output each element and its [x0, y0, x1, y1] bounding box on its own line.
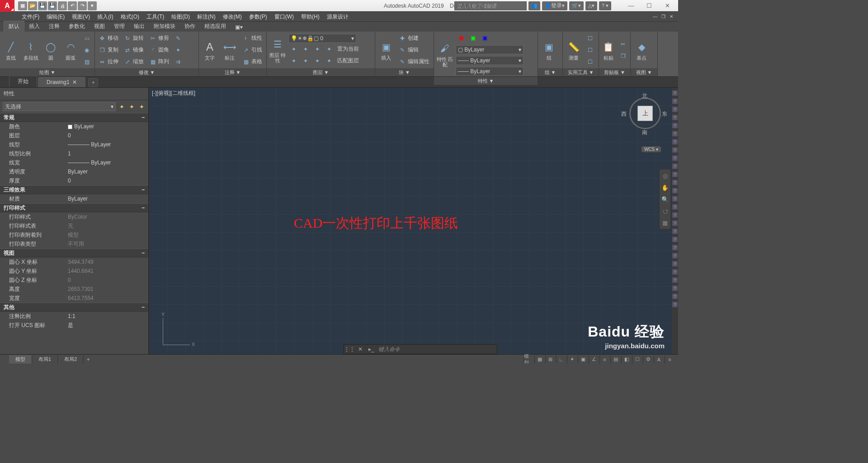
panel-group-title[interactable]: 组 ▼ — [538, 68, 562, 76]
tab-start[interactable]: 开始 — [9, 75, 37, 87]
nav-wheel-icon[interactable]: ◎ — [660, 171, 670, 180]
qat-redo-icon[interactable]: ↷ — [78, 1, 87, 10]
panel-draw-title[interactable]: 绘图 ▼ — [0, 68, 94, 76]
help-q13[interactable]: ? — [672, 188, 678, 193]
lweight-dropdown[interactable]: —— ByLayer▾ — [456, 56, 524, 65]
menu-view[interactable]: 视图(V) — [68, 12, 94, 22]
panel-layers-title[interactable]: 图层 ▼ — [267, 68, 375, 76]
layer-props-button[interactable]: ☰图层 特性 — [269, 33, 287, 67]
st-polar-icon[interactable]: ✦ — [567, 355, 577, 364]
prop-transp[interactable]: 透明度ByLayer — [0, 167, 148, 176]
rtab-collab[interactable]: 协作 — [180, 21, 200, 32]
selection-dropdown[interactable]: 无选择▾ — [3, 102, 116, 111]
sec-effects[interactable]: 三维效果− — [0, 185, 148, 194]
nav-show-icon[interactable]: ▦ — [660, 218, 670, 227]
polyline-button[interactable]: ⌇多段线 — [22, 33, 40, 67]
mdi-restore-icon[interactable]: ❐ — [659, 13, 667, 20]
help-q19[interactable]: ? — [672, 237, 678, 242]
st-menu-icon[interactable]: ≡ — [665, 355, 675, 364]
ellipse-icon[interactable]: ◉ — [81, 45, 92, 56]
nav-zoom-icon[interactable]: 🔍 — [660, 195, 670, 204]
selectobj-icon[interactable]: ✦ — [137, 103, 146, 111]
help-q14[interactable]: ? — [672, 196, 678, 201]
layer-ic4[interactable]: ✦ — [324, 44, 335, 55]
command-line[interactable]: ⋮⋮ ✕ ▸_ 键入命令 — [344, 344, 497, 354]
help-q7[interactable]: ? — [672, 139, 678, 145]
menu-modify[interactable]: 修改(M) — [219, 12, 245, 22]
rtab-annotate[interactable]: 注释 — [44, 21, 64, 32]
rotate-button[interactable]: ↻旋转 — [122, 33, 146, 44]
color-ic3[interactable]: ▣ — [479, 33, 490, 43]
block-editattr-button[interactable]: ✎编辑属性 — [397, 56, 431, 67]
sec-plot[interactable]: 打印样式− — [0, 203, 148, 212]
color-dropdown[interactable]: ▢ ByLayer▾ — [456, 45, 524, 54]
help-q12[interactable]: ? — [672, 180, 678, 185]
layout-add-button[interactable]: + — [84, 356, 93, 363]
help-q21[interactable]: ? — [672, 253, 678, 258]
menu-dim[interactable]: 标注(N) — [193, 12, 219, 22]
st-trans-icon[interactable]: ▤ — [610, 355, 620, 364]
qat-save-icon[interactable]: 💾 — [38, 1, 47, 10]
prop-mat[interactable]: 材质ByLayer — [0, 194, 148, 203]
help-q20[interactable]: ? — [672, 245, 678, 250]
menu-draw[interactable]: 绘图(D) — [168, 12, 193, 22]
menu-param[interactable]: 参数(P) — [245, 12, 271, 22]
mdi-close-icon[interactable]: ✕ — [667, 13, 675, 20]
rtab-view[interactable]: 视图 — [90, 21, 109, 32]
leader-button[interactable]: ↗引线 — [241, 45, 264, 56]
menu-edit[interactable]: 编辑(E) — [43, 12, 68, 22]
help-icon[interactable]: ? ▾ — [599, 1, 611, 10]
block-create-button[interactable]: ✚创建 — [397, 33, 431, 44]
cmd-close-icon[interactable]: ✕ — [355, 346, 366, 352]
help-q27[interactable]: ? — [672, 302, 678, 307]
copy-clip-icon[interactable]: ❐ — [618, 51, 628, 61]
line-button[interactable]: ╱直线 — [2, 33, 20, 67]
arc-button[interactable]: ◠圆弧 — [61, 33, 80, 67]
stretch-button[interactable]: ⇔拉伸 — [97, 56, 120, 67]
minimize-button[interactable]: — — [622, 0, 640, 12]
pickadd-icon[interactable]: ✦ — [127, 103, 136, 111]
color-ic2[interactable]: ▣ — [467, 33, 478, 43]
help-q15[interactable]: ? — [672, 204, 678, 210]
help-q6[interactable]: ? — [672, 131, 678, 136]
panel-view-title[interactable]: 视图 ▼ — [631, 68, 657, 76]
prop-ascale[interactable]: 注释比例1:1 — [0, 312, 148, 321]
rtab-expand-icon[interactable]: ▣▾ — [231, 23, 247, 32]
util-ic3[interactable]: ☐ — [585, 56, 595, 67]
dim-button[interactable]: ⟷标注 — [221, 33, 239, 67]
util-ic1[interactable]: ☐ — [585, 33, 595, 44]
sec-other[interactable]: 其他− — [0, 303, 148, 312]
help-q2[interactable]: ? — [672, 98, 678, 104]
prop-layer[interactable]: 图层0 — [0, 131, 148, 140]
panel-clip-title[interactable]: 剪贴板 ▼ — [599, 68, 630, 76]
mirror-button[interactable]: ⇄镜像 — [122, 45, 146, 56]
st-lwt-icon[interactable]: ≡ — [599, 355, 609, 364]
panel-block-title[interactable]: 块 ▼ — [375, 68, 434, 76]
move-button[interactable]: ✥移动 — [97, 33, 120, 44]
qat-undo-icon[interactable]: ↶ — [68, 1, 77, 10]
app-menu-button[interactable]: A — [0, 0, 14, 12]
rtab-featured[interactable]: 精选应用 — [200, 21, 231, 32]
panel-props-title[interactable]: 特性 ▼ — [434, 77, 538, 85]
scale-button[interactable]: ⤢缩放 — [122, 56, 146, 67]
help-q9[interactable]: ? — [672, 155, 678, 161]
help-q11[interactable]: ? — [672, 172, 678, 177]
prop-thick[interactable]: 厚度0 — [0, 176, 148, 185]
quickselect-icon[interactable]: ✦ — [118, 103, 126, 111]
prop-lweight[interactable]: 线宽———— ByLayer — [0, 158, 148, 167]
rtab-output[interactable]: 输出 — [129, 21, 149, 32]
tab-drawing1[interactable]: Drawing1 ✕ — [38, 77, 85, 87]
drawing-canvas[interactable]: [-][俯视][二维线框] CAD一次性打印上千张图纸 Y X 上 北 南 东 … — [149, 88, 678, 354]
layout-1[interactable]: 布局1 — [32, 355, 58, 364]
cmd-input[interactable]: 键入命令 — [377, 346, 497, 353]
array-button[interactable]: ▦阵列 — [147, 56, 171, 67]
menu-file[interactable]: 文件(F) — [18, 12, 43, 22]
help-q10[interactable]: ? — [672, 164, 678, 169]
hatch-icon[interactable]: ▨ — [81, 56, 92, 67]
layer-ic2[interactable]: ✦ — [300, 44, 311, 55]
close-button[interactable]: ✕ — [658, 0, 676, 12]
layer-ic7[interactable]: ✦ — [312, 56, 323, 66]
copy-button[interactable]: ❐复制 — [97, 45, 120, 56]
rtab-manage[interactable]: 管理 — [109, 21, 129, 32]
match-props-button[interactable]: 🖌特性 匹配 — [436, 37, 454, 71]
